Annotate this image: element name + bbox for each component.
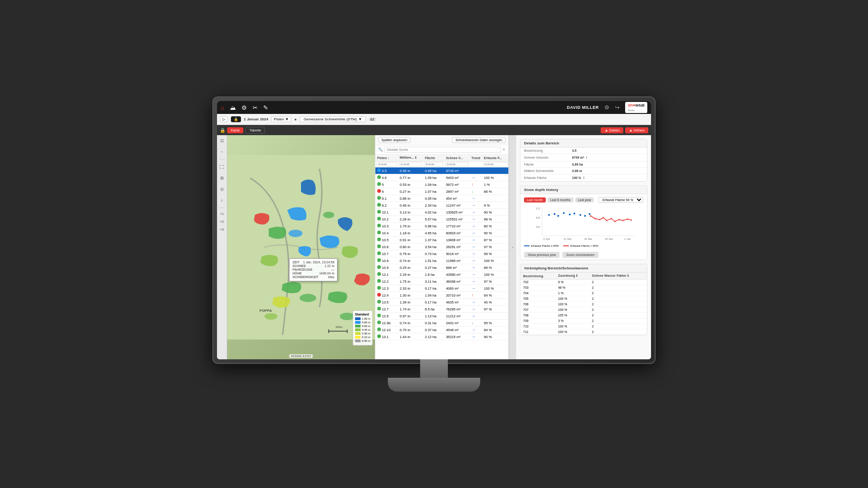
location-icon[interactable]: ◎ [218,185,226,193]
table-row[interactable]: 13.1 1.44 m 2.12 ha 35215 m² → 90 % [375,333,508,340]
plus3-btn[interactable]: +3 [220,227,224,232]
table-row[interactable]: 10.7 0.79 m 0.73 ha 5016 m² → 99 % [375,250,508,257]
table-row[interactable]: 10.3 1.79 m 0.96 ha 17710 m² → 80 % [375,223,508,230]
col-schnee[interactable]: Schnee V... [444,155,470,161]
table-row[interactable]: 5 0.53 m 1.09 ha 5872 m² ↑ 1 % [375,181,508,188]
table-row[interactable]: 12.10 0.70 m 0.37 ha 4548 m² → 84 % [375,327,508,333]
table-row[interactable]: 8.1 0.86 m 0.05 ha 454 m² → [375,195,508,202]
col-erfasste[interactable]: Erfasste F... [482,155,508,161]
cell-pisten: 10.6 [375,244,398,250]
table-row[interactable]: 10.5 0.91 m 1.37 ha 13806 m² → 87 % [375,237,508,244]
col-trend[interactable]: Trend [470,155,482,161]
schnee-volumen-value: 8749 m² [572,156,584,159]
expand-map-icon[interactable]: ⊡ [218,137,226,144]
layers-icon[interactable]: ⊞ [218,174,226,182]
cell-schnee: 5016 m² [444,250,470,257]
last-month-btn[interactable]: Last month [524,197,546,202]
cell-erfasste: 90 % [482,333,508,340]
edit-icon[interactable]: ✎ [263,104,268,111]
table-row[interactable]: 12.1 2.29 m 1.8 ha 43580 m² → 100 % [375,271,508,278]
zoom-out-btn[interactable]: − [218,148,226,155]
table-row[interactable]: 4.5 0.96 m 0.89 ha 8749 m² → [375,167,508,174]
lock-btn[interactable]: 🔒 [231,116,241,122]
filter-erfasste[interactable] [483,162,507,167]
piste-selector[interactable]: Pisten ▼ [271,116,291,122]
legend-item-6: 0.15 m [355,336,370,339]
last-year-btn[interactable]: Last year [575,197,594,202]
spalten-btn[interactable]: Spalten anpassen [378,137,410,143]
tools-icon[interactable]: ✂ [253,104,258,111]
table-row[interactable]: 12.9b 0.74 m 0.31 ha 2402 m² ↓ 95 % [375,320,508,327]
karte-view-btn[interactable]: Karte [227,127,243,133]
table-row[interactable]: 12.4 1.30 m 1.04 ha 20710 m² ↑ 64 % [375,292,508,299]
filter-pisten[interactable] [376,162,397,167]
gear-icon[interactable]: ⚙ [604,104,609,111]
fullscreen-icon[interactable]: ⛶ [218,163,226,171]
cell-schnee: 17710 m² [444,223,470,230]
table-row[interactable]: 12.2 1.75 m 3.11 ha 36098 m² → 97 % [375,278,508,285]
zoom-back-btn[interactable]: Zoom zurücksetzen [562,252,598,258]
erfasste-dropdown[interactable]: Erfasste Fläche 90 % [598,197,643,203]
tooltip-schnee-value: 1.22 m [325,264,334,268]
flache-label: Fläche [524,163,570,166]
filter-mittlere[interactable] [399,162,422,167]
table-row[interactable]: 13.5 1.39 m 0.17 ha 4635 m² → 40 % [375,299,508,306]
right-panel-toggle[interactable]: › [509,135,516,359]
table-row[interactable]: 8.2 0.46 m 2.34 ha 11247 m² → 9 % [375,202,508,209]
tabelle-view-btn[interactable]: Tabelle [245,127,265,134]
table-row[interactable]: 12.7 1.74 m 6.5 ha 76285 m² → 97 % [375,306,508,313]
cell-erfasste: 86 % [482,188,508,195]
sidebar-divider-2 [219,208,225,208]
table-row[interactable]: 6 0.27 m 1.07 ha 2897 m² ↓ 86 % [375,188,508,195]
tooltip-schnee-label: SCHNEE [292,264,306,268]
info-icon-1: ℹ [586,155,587,160]
schneekanonen-btn[interactable]: Schneekanonen Daten anzeigen [452,137,506,143]
mountain-icon[interactable]: ⛰ [230,104,236,111]
logout-icon[interactable]: ↪ [615,104,620,111]
filter-flache[interactable] [424,162,443,167]
verk-cell-faktor: 2 [589,291,647,296]
svg-point-36 [603,217,604,219]
audio-icon[interactable]: ♪ [218,196,226,204]
table-row[interactable]: 12.9 0.97 m 1.13 ha 11212 m² → [375,313,508,320]
home-icon[interactable]: ⌂ [221,104,224,111]
search-input[interactable] [384,147,501,153]
map-legend: Standard 1.90 m 0.90 m [353,310,373,345]
cell-mittlere: 0.70 m [398,327,423,333]
cell-erfasste: 64 % [482,292,508,299]
table-row[interactable]: 4.6 0.77 m 1.09 ha 5403 m² → 100 % [375,174,508,181]
filter-schnee[interactable] [445,162,469,167]
col-pisten[interactable]: Pisten ↕ [375,155,398,161]
col-mittlere[interactable]: Mittlere... ℹ [398,155,423,161]
expand-btn[interactable]: ▷ [220,116,228,122]
cell-pisten: 8.1 [375,195,398,202]
view-lock-icon: 🔒 [220,128,225,133]
clear-search-icon[interactable]: ✕ [502,148,506,152]
settings-icon[interactable]: ⚙ [241,104,247,111]
table-row[interactable]: 10.1 3.13 m 4.02 ha 130625 m² → 90 % [375,209,508,216]
cell-flache: 0.31 ha [423,320,444,327]
chart-btn-row: Show previous year Zoom zurücksetzen [520,250,647,260]
sensor-dropdown[interactable]: Gemessene Schneehöhe (DTM) ▼ [300,116,366,122]
legend-90b: Erfasste Fläche < 90% [563,244,598,247]
table-row[interactable]: 12.3 2.33 m 0.17 ha 4060 m² → 100 % [375,285,508,292]
plus1-btn[interactable]: +1 [220,212,224,216]
last-6months-btn[interactable]: Last 6 months [548,197,573,202]
col-flache[interactable]: Fläche [423,155,444,161]
table-row[interactable]: 10.9 0.25 m 0.27 ha 686 m² → 86 % [375,264,508,271]
svg-point-24 [548,214,550,216]
dalien-btn[interactable]: ▲ Dalien [601,127,623,133]
plus2-btn[interactable]: +2 [220,220,224,224]
table-row[interactable]: 10.2 2.28 m 5.07 ha 125531 m² → 98 % [375,216,508,223]
table-row[interactable]: 10.8 0.74 m 1.51 ha 11989 m² → 100 % [375,257,508,264]
show-prev-year-btn[interactable]: Show previous year [524,252,560,258]
verk-cell-faktor: 2 [589,307,647,313]
table-row[interactable]: 10.6 0.80 m 3.54 ha 26291 m² → 97 % [375,244,508,250]
table-row[interactable]: 10.4 1.18 m 4.65 ha 60603 m² → 90 % [375,230,508,237]
cell-mittlere: 1.75 m [398,278,423,285]
hohen-btn[interactable]: ▲ Höhen [625,127,648,133]
map-area[interactable]: FOPPA 500m ZEIT [227,135,375,359]
svg-point-1 [289,230,302,237]
verk-cell-bezeichnung: 705 [520,296,555,302]
user-name: DAVID MILLER [567,105,599,110]
